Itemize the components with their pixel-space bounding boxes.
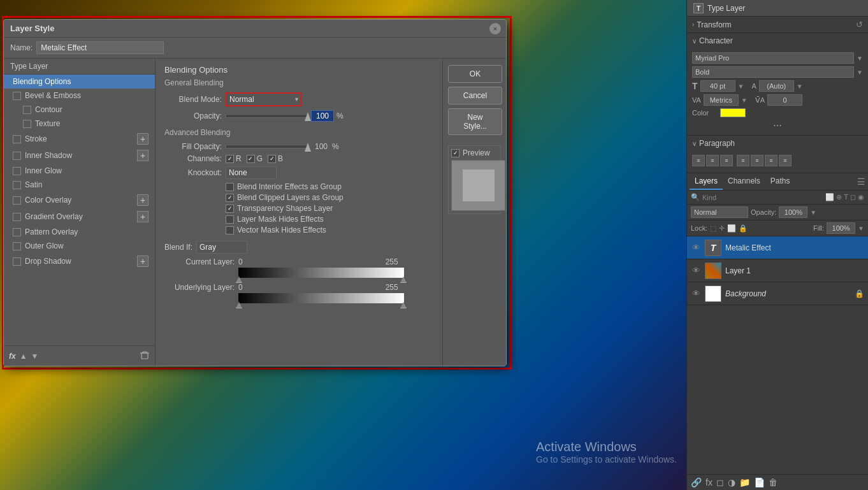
layer-fill-input[interactable] [827,222,855,234]
layer-item-layer1[interactable]: 👁 Layer 1 [687,259,868,282]
fill-opacity-slider[interactable] [226,145,308,148]
opt-blend-clipped-cb[interactable] [226,194,234,202]
opacity-slider-handle[interactable] [305,112,311,121]
stroke-checkbox[interactable] [13,135,21,143]
opt-layer-mask-cb[interactable] [226,215,234,224]
filter-adjustment-icon[interactable]: ⊕ [836,193,842,201]
blend-if-select[interactable]: Gray Red Green Blue [196,241,247,254]
preview-checkbox[interactable] [451,149,459,157]
lock-artboard-icon[interactable]: ⬜ [727,224,736,233]
align-center-button[interactable]: ≡ [706,155,719,166]
channel-b-cb[interactable]: B [268,154,283,163]
character-header[interactable]: ∨ Character [687,33,868,48]
satin-checkbox[interactable] [13,181,21,189]
add-mask-icon[interactable]: ◻ [716,477,724,487]
delete-style-icon[interactable] [140,350,150,362]
layer-item-background[interactable]: 👁 Background 🔒 [687,282,868,305]
cancel-button[interactable]: Cancel [448,87,502,104]
sidebar-item-color-overlay[interactable]: Color Overlay + [4,192,155,208]
channel-r-cb[interactable]: R [226,154,242,163]
inner-shadow-add-button[interactable]: + [137,150,148,161]
opt-transparency-shapes-cb[interactable] [226,205,234,213]
layer-vis-layer1[interactable]: 👁 [691,266,701,276]
leading-input[interactable] [759,80,794,92]
tab-channels[interactable]: Channels [723,173,765,190]
opt-blend-interior-cb[interactable] [226,183,234,191]
justify-left-button[interactable]: ≡ [737,155,749,166]
move-down-icon[interactable]: ▼ [31,352,39,361]
opacity-value-input[interactable] [311,110,334,122]
sidebar-item-satin[interactable]: Satin [4,178,155,192]
gradient-overlay-checkbox[interactable] [13,213,21,221]
new-fill-adjustment-icon[interactable]: ◑ [728,477,735,487]
bevel-emboss-checkbox[interactable] [13,92,21,100]
opt-vector-mask-cb[interactable] [226,226,234,234]
sidebar-item-outer-glow[interactable]: Outer Glow [4,239,155,253]
opacity-slider-track[interactable] [226,114,308,118]
character-more-options[interactable]: ··· [692,120,863,131]
layer-styles-icon[interactable]: fx [705,477,712,487]
knockout-select[interactable]: None Shallow Deep [226,166,277,179]
new-group-icon[interactable]: 📁 [739,477,750,487]
layer-blend-mode-select[interactable]: Normal [691,206,748,218]
paragraph-header[interactable]: ∨ Paragraph [687,136,868,151]
sidebar-item-pattern-overlay[interactable]: Pattern Overlay [4,225,155,239]
contour-checkbox[interactable] [23,106,31,114]
layer-opacity-input[interactable] [779,206,807,218]
new-style-button[interactable]: New Style... [448,108,502,135]
lock-all-icon[interactable]: 🔒 [739,224,748,233]
tracking-input[interactable] [767,94,802,106]
sidebar-item-texture[interactable]: Texture [4,117,155,131]
filter-smartobj-icon[interactable]: ◉ [858,193,864,201]
stroke-add-button[interactable]: + [137,133,148,145]
sidebar-item-contour[interactable]: Contour [4,103,155,117]
layer-name-input[interactable] [36,41,164,54]
transform-header[interactable]: › Transform ↺ [687,17,868,32]
tab-paths[interactable]: Paths [765,173,795,190]
justify-center-button[interactable]: ≡ [751,155,763,166]
color-overlay-add-button[interactable]: + [137,194,148,206]
color-swatch[interactable] [720,108,746,117]
filter-shape-icon[interactable]: ◻ [850,193,856,201]
blend-mode-select[interactable]: Normal Dissolve Multiply Screen Overlay [226,92,302,106]
delete-layer-icon[interactable]: 🗑 [769,477,778,487]
inner-shadow-checkbox[interactable] [13,152,21,160]
align-left-button[interactable]: ≡ [692,155,705,166]
texture-checkbox[interactable] [23,120,31,128]
ok-button[interactable]: OK [448,65,502,83]
sidebar-item-blending-options[interactable]: Blending Options [4,75,155,89]
channel-r-checkbox[interactable] [226,155,234,163]
sidebar-item-inner-glow[interactable]: Inner Glow [4,164,155,178]
new-layer-icon[interactable]: 📄 [754,477,765,487]
layers-panel-menu-icon[interactable]: ☰ [857,177,865,187]
inner-glow-checkbox[interactable] [13,167,21,175]
channel-g-cb[interactable]: G [247,154,263,163]
layer-item-metalic-effect[interactable]: 👁 T Metalic Effect [687,236,868,259]
sidebar-item-inner-shadow[interactable]: Inner Shadow + [4,147,155,164]
transform-reset-icon[interactable]: ↺ [856,20,863,29]
kerning-input[interactable] [704,94,739,106]
sidebar-item-bevel-emboss[interactable]: Bevel & Emboss [4,89,155,103]
color-overlay-checkbox[interactable] [13,196,21,205]
drop-shadow-add-button[interactable]: + [137,256,148,267]
sidebar-item-drop-shadow[interactable]: Drop Shadow + [4,253,155,270]
align-right-button[interactable]: ≡ [720,155,733,166]
filter-type-icon[interactable]: T [844,193,848,201]
justify-all-button[interactable]: ≡ [779,155,792,166]
sidebar-item-stroke[interactable]: Stroke + [4,131,155,147]
layer-vis-background[interactable]: 👁 [691,289,701,299]
pattern-overlay-checkbox[interactable] [13,228,21,236]
outer-glow-checkbox[interactable] [13,242,21,250]
font-family-select[interactable]: Myriad Pro [692,52,854,64]
sidebar-item-gradient-overlay[interactable]: Gradient Overlay + [4,208,155,225]
link-layers-icon[interactable]: 🔗 [691,477,702,487]
font-style-select[interactable]: Bold [692,66,854,78]
lock-pixels-icon[interactable]: ⬚ [710,224,716,233]
tab-layers[interactable]: Layers [690,173,723,190]
font-size-input[interactable] [700,80,735,92]
filter-pixel-icon[interactable]: ⬜ [825,193,834,201]
channel-g-checkbox[interactable] [247,155,255,163]
fill-opacity-handle[interactable] [305,143,311,152]
justify-right-button[interactable]: ≡ [765,155,778,166]
channel-b-checkbox[interactable] [268,155,276,163]
